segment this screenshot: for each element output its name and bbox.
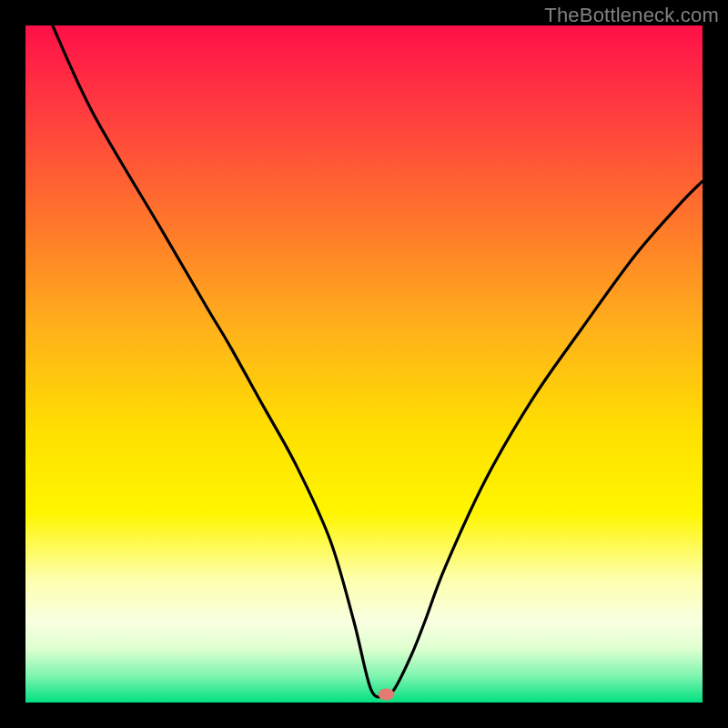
optimal-point-marker bbox=[379, 689, 395, 701]
watermark-text: TheBottleneck.com bbox=[544, 4, 719, 27]
bottleneck-chart bbox=[25, 25, 703, 703]
chart-frame: TheBottleneck.com bbox=[0, 0, 728, 728]
plot-area bbox=[25, 25, 703, 703]
gradient-background bbox=[25, 25, 703, 703]
